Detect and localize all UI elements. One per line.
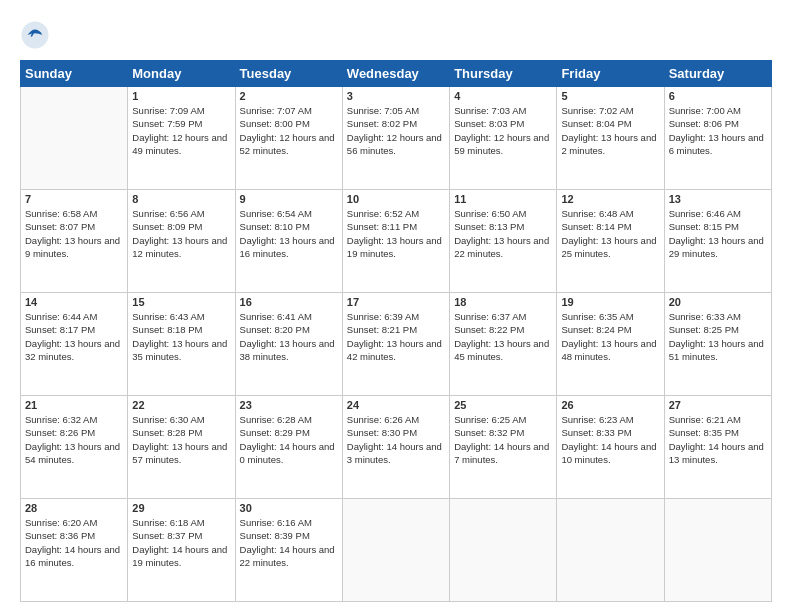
- day-info: Sunrise: 6:46 AMSunset: 8:15 PMDaylight:…: [669, 207, 767, 260]
- day-number: 29: [132, 502, 230, 514]
- calendar-table: SundayMondayTuesdayWednesdayThursdayFrid…: [20, 60, 772, 602]
- week-row-2: 14Sunrise: 6:44 AMSunset: 8:17 PMDayligh…: [21, 293, 772, 396]
- day-number: 26: [561, 399, 659, 411]
- day-info: Sunrise: 7:00 AMSunset: 8:06 PMDaylight:…: [669, 104, 767, 157]
- day-number: 8: [132, 193, 230, 205]
- day-number: 25: [454, 399, 552, 411]
- header-cell-tuesday: Tuesday: [235, 61, 342, 87]
- day-cell: 18Sunrise: 6:37 AMSunset: 8:22 PMDayligh…: [450, 293, 557, 396]
- day-cell: 13Sunrise: 6:46 AMSunset: 8:15 PMDayligh…: [664, 190, 771, 293]
- week-row-1: 7Sunrise: 6:58 AMSunset: 8:07 PMDaylight…: [21, 190, 772, 293]
- day-info: Sunrise: 6:54 AMSunset: 8:10 PMDaylight:…: [240, 207, 338, 260]
- day-info: Sunrise: 7:09 AMSunset: 7:59 PMDaylight:…: [132, 104, 230, 157]
- day-number: 9: [240, 193, 338, 205]
- day-cell: 7Sunrise: 6:58 AMSunset: 8:07 PMDaylight…: [21, 190, 128, 293]
- day-number: 14: [25, 296, 123, 308]
- day-info: Sunrise: 6:18 AMSunset: 8:37 PMDaylight:…: [132, 516, 230, 569]
- day-cell: 5Sunrise: 7:02 AMSunset: 8:04 PMDaylight…: [557, 87, 664, 190]
- day-number: 28: [25, 502, 123, 514]
- day-number: 4: [454, 90, 552, 102]
- day-cell: 15Sunrise: 6:43 AMSunset: 8:18 PMDayligh…: [128, 293, 235, 396]
- header-cell-thursday: Thursday: [450, 61, 557, 87]
- svg-point-0: [22, 22, 49, 49]
- day-cell: 28Sunrise: 6:20 AMSunset: 8:36 PMDayligh…: [21, 499, 128, 602]
- day-info: Sunrise: 6:20 AMSunset: 8:36 PMDaylight:…: [25, 516, 123, 569]
- day-info: Sunrise: 6:26 AMSunset: 8:30 PMDaylight:…: [347, 413, 445, 466]
- day-number: 23: [240, 399, 338, 411]
- header-cell-saturday: Saturday: [664, 61, 771, 87]
- day-info: Sunrise: 6:35 AMSunset: 8:24 PMDaylight:…: [561, 310, 659, 363]
- day-info: Sunrise: 6:32 AMSunset: 8:26 PMDaylight:…: [25, 413, 123, 466]
- header-cell-wednesday: Wednesday: [342, 61, 449, 87]
- day-cell: 12Sunrise: 6:48 AMSunset: 8:14 PMDayligh…: [557, 190, 664, 293]
- day-info: Sunrise: 7:02 AMSunset: 8:04 PMDaylight:…: [561, 104, 659, 157]
- day-cell: 2Sunrise: 7:07 AMSunset: 8:00 PMDaylight…: [235, 87, 342, 190]
- day-info: Sunrise: 6:28 AMSunset: 8:29 PMDaylight:…: [240, 413, 338, 466]
- day-cell: 21Sunrise: 6:32 AMSunset: 8:26 PMDayligh…: [21, 396, 128, 499]
- day-info: Sunrise: 7:03 AMSunset: 8:03 PMDaylight:…: [454, 104, 552, 157]
- header-cell-friday: Friday: [557, 61, 664, 87]
- day-cell: 17Sunrise: 6:39 AMSunset: 8:21 PMDayligh…: [342, 293, 449, 396]
- day-cell: 11Sunrise: 6:50 AMSunset: 8:13 PMDayligh…: [450, 190, 557, 293]
- day-cell: 9Sunrise: 6:54 AMSunset: 8:10 PMDaylight…: [235, 190, 342, 293]
- day-number: 6: [669, 90, 767, 102]
- day-info: Sunrise: 6:52 AMSunset: 8:11 PMDaylight:…: [347, 207, 445, 260]
- day-info: Sunrise: 7:07 AMSunset: 8:00 PMDaylight:…: [240, 104, 338, 157]
- week-row-4: 28Sunrise: 6:20 AMSunset: 8:36 PMDayligh…: [21, 499, 772, 602]
- day-info: Sunrise: 6:21 AMSunset: 8:35 PMDaylight:…: [669, 413, 767, 466]
- day-info: Sunrise: 6:44 AMSunset: 8:17 PMDaylight:…: [25, 310, 123, 363]
- day-cell: [342, 499, 449, 602]
- day-info: Sunrise: 6:16 AMSunset: 8:39 PMDaylight:…: [240, 516, 338, 569]
- day-cell: 4Sunrise: 7:03 AMSunset: 8:03 PMDaylight…: [450, 87, 557, 190]
- day-cell: 22Sunrise: 6:30 AMSunset: 8:28 PMDayligh…: [128, 396, 235, 499]
- day-cell: 16Sunrise: 6:41 AMSunset: 8:20 PMDayligh…: [235, 293, 342, 396]
- day-cell: 29Sunrise: 6:18 AMSunset: 8:37 PMDayligh…: [128, 499, 235, 602]
- day-cell: [557, 499, 664, 602]
- day-number: 17: [347, 296, 445, 308]
- day-number: 21: [25, 399, 123, 411]
- day-info: Sunrise: 6:39 AMSunset: 8:21 PMDaylight:…: [347, 310, 445, 363]
- day-number: 22: [132, 399, 230, 411]
- day-cell: [21, 87, 128, 190]
- header: [20, 20, 772, 50]
- day-cell: 19Sunrise: 6:35 AMSunset: 8:24 PMDayligh…: [557, 293, 664, 396]
- day-cell: 10Sunrise: 6:52 AMSunset: 8:11 PMDayligh…: [342, 190, 449, 293]
- day-cell: 30Sunrise: 6:16 AMSunset: 8:39 PMDayligh…: [235, 499, 342, 602]
- day-number: 3: [347, 90, 445, 102]
- day-info: Sunrise: 6:56 AMSunset: 8:09 PMDaylight:…: [132, 207, 230, 260]
- day-number: 24: [347, 399, 445, 411]
- day-info: Sunrise: 6:58 AMSunset: 8:07 PMDaylight:…: [25, 207, 123, 260]
- day-cell: 26Sunrise: 6:23 AMSunset: 8:33 PMDayligh…: [557, 396, 664, 499]
- header-cell-monday: Monday: [128, 61, 235, 87]
- day-number: 11: [454, 193, 552, 205]
- week-row-0: 1Sunrise: 7:09 AMSunset: 7:59 PMDaylight…: [21, 87, 772, 190]
- day-number: 5: [561, 90, 659, 102]
- day-number: 13: [669, 193, 767, 205]
- day-number: 1: [132, 90, 230, 102]
- day-info: Sunrise: 7:05 AMSunset: 8:02 PMDaylight:…: [347, 104, 445, 157]
- day-number: 20: [669, 296, 767, 308]
- day-info: Sunrise: 6:33 AMSunset: 8:25 PMDaylight:…: [669, 310, 767, 363]
- day-cell: 25Sunrise: 6:25 AMSunset: 8:32 PMDayligh…: [450, 396, 557, 499]
- day-cell: 23Sunrise: 6:28 AMSunset: 8:29 PMDayligh…: [235, 396, 342, 499]
- day-number: 19: [561, 296, 659, 308]
- day-cell: 6Sunrise: 7:00 AMSunset: 8:06 PMDaylight…: [664, 87, 771, 190]
- day-cell: 8Sunrise: 6:56 AMSunset: 8:09 PMDaylight…: [128, 190, 235, 293]
- day-number: 16: [240, 296, 338, 308]
- day-info: Sunrise: 6:50 AMSunset: 8:13 PMDaylight:…: [454, 207, 552, 260]
- logo: [20, 20, 52, 50]
- day-cell: 24Sunrise: 6:26 AMSunset: 8:30 PMDayligh…: [342, 396, 449, 499]
- day-number: 27: [669, 399, 767, 411]
- calendar-header: SundayMondayTuesdayWednesdayThursdayFrid…: [21, 61, 772, 87]
- day-info: Sunrise: 6:30 AMSunset: 8:28 PMDaylight:…: [132, 413, 230, 466]
- day-number: 7: [25, 193, 123, 205]
- day-cell: 1Sunrise: 7:09 AMSunset: 7:59 PMDaylight…: [128, 87, 235, 190]
- day-number: 12: [561, 193, 659, 205]
- day-number: 18: [454, 296, 552, 308]
- calendar-body: 1Sunrise: 7:09 AMSunset: 7:59 PMDaylight…: [21, 87, 772, 602]
- day-number: 30: [240, 502, 338, 514]
- day-info: Sunrise: 6:37 AMSunset: 8:22 PMDaylight:…: [454, 310, 552, 363]
- day-cell: 20Sunrise: 6:33 AMSunset: 8:25 PMDayligh…: [664, 293, 771, 396]
- day-number: 15: [132, 296, 230, 308]
- day-info: Sunrise: 6:23 AMSunset: 8:33 PMDaylight:…: [561, 413, 659, 466]
